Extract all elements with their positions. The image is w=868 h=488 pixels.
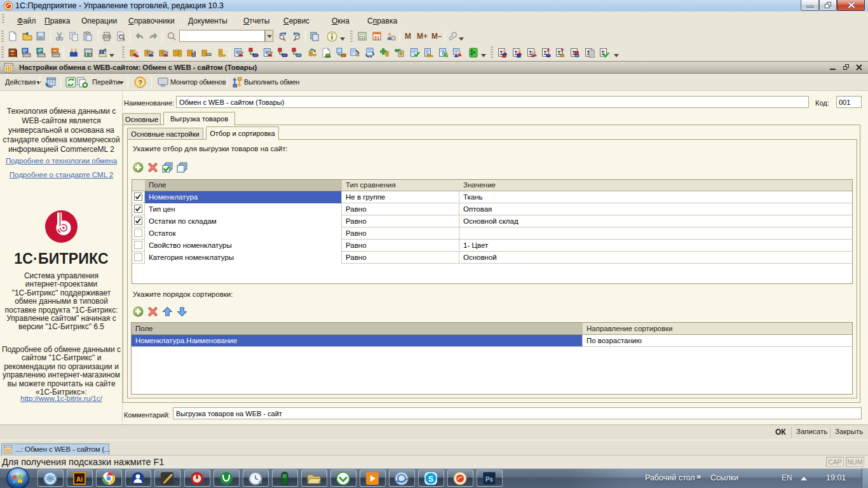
svg-text:S: S — [428, 475, 433, 484]
svg-text:Ai: Ai — [76, 476, 83, 483]
svg-text:Ps: Ps — [485, 476, 494, 483]
svg-text:31: 31 — [374, 35, 380, 41]
svg-text:?: ? — [138, 79, 142, 86]
